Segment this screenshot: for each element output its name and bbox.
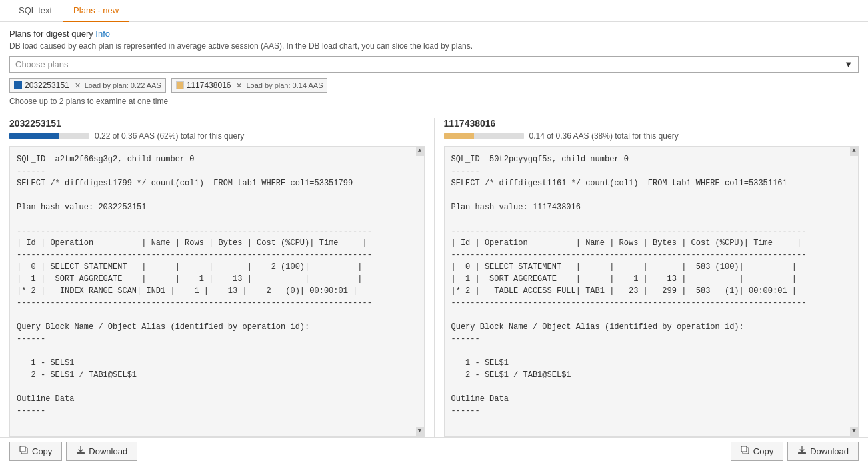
plan-tag-2-value: 1117438016: [187, 81, 231, 90]
plan-tag-1-close[interactable]: ✕: [75, 81, 81, 90]
plan-2-header: 1117438016 0.14 of 0.36 AAS (38%) total …: [444, 118, 859, 143]
plan-2-scroll-up[interactable]: ▲: [850, 147, 858, 156]
plans-body: 2032253151 0.22 of 0.36 AAS (62%) total …: [9, 118, 859, 437]
copy-icon-right: [741, 446, 750, 457]
plan-2-bar-row: 0.14 of 0.36 AAS (38%) total for this qu…: [444, 131, 859, 141]
plan-tags: 2032253151 ✕ Load by plan: 0.22 AAS 1117…: [9, 78, 859, 93]
plan-1-code-area[interactable]: ▲ SQL_ID a2tm2f66sg3g2, child number 0 -…: [9, 146, 425, 437]
plan-1-bar-label: 0.22 of 0.36 AAS (62%) total for this qu…: [95, 131, 244, 141]
header-title: Plans for digest query Info: [9, 29, 859, 39]
plan-1-bar-track: [9, 133, 89, 139]
footer-btns-right: Copy Download: [731, 442, 859, 461]
plan-2-bar-track: [444, 133, 524, 139]
page-footer: Copy Download: [0, 437, 868, 465]
plan-2-bar-fill: [444, 133, 475, 139]
plan-1-bar-fill: [9, 133, 59, 139]
dropdown-placeholder: Choose plans: [15, 59, 69, 69]
plan-1-scroll-down[interactable]: ▼: [416, 427, 424, 436]
download-icon-right: [797, 446, 807, 457]
tab-sql-text[interactable]: SQL text: [8, 0, 63, 22]
download-label-left: Download: [89, 446, 127, 456]
plan-tag-2-load: Load by plan: 0.14 AAS: [246, 81, 323, 89]
svg-rect-4: [741, 446, 747, 452]
svg-rect-5: [798, 452, 806, 454]
plan-1-scroll-up[interactable]: ▲: [416, 147, 424, 156]
info-link[interactable]: Info: [95, 29, 110, 39]
content-area: Plans for digest query Info DB load caus…: [0, 22, 868, 437]
plan-1-code[interactable]: SQL_ID a2tm2f66sg3g2, child number 0 ---…: [10, 147, 416, 436]
plan-2-scroll-down[interactable]: ▼: [850, 427, 858, 436]
header-section: Plans for digest query Info DB load caus…: [9, 29, 859, 113]
plan-tag-1-value: 2032253151: [25, 81, 69, 90]
tab-bar: SQL text Plans - new: [0, 0, 868, 22]
tab-plans-new[interactable]: Plans - new: [63, 0, 129, 22]
plan-2-number: 1117438016: [444, 118, 859, 129]
header-description: DB load caused by each plan is represent…: [9, 41, 859, 51]
page-container: SQL text Plans - new Plans for digest qu…: [0, 0, 868, 465]
plan-tag-2-close[interactable]: ✕: [236, 81, 242, 90]
plan-2-bar-label: 0.14 of 0.36 AAS (38%) total for this qu…: [529, 131, 679, 141]
plan-panel-2: 1117438016 0.14 of 0.36 AAS (38%) total …: [434, 118, 859, 437]
dropdown-arrow-icon: ▼: [844, 59, 853, 69]
download-icon-left: [76, 446, 85, 457]
plan-tag-1-color: [14, 81, 22, 89]
download-button-left[interactable]: Download: [66, 442, 137, 461]
svg-rect-2: [77, 452, 85, 454]
plan-1-header: 2032253151 0.22 of 0.36 AAS (62%) total …: [9, 118, 425, 143]
plan-tag-1: 2032253151 ✕ Load by plan: 0.22 AAS: [9, 78, 166, 93]
copy-button-right[interactable]: Copy: [731, 442, 783, 461]
plan-tag-2: 1117438016 ✕ Load by plan: 0.14 AAS: [171, 78, 328, 93]
plan-panel-1: 2032253151 0.22 of 0.36 AAS (62%) total …: [9, 118, 425, 437]
plan-tag-2-color: [176, 81, 184, 89]
copy-label-right: Copy: [753, 446, 773, 456]
choose-text: Choose up to 2 plans to examine at one t…: [9, 97, 859, 106]
copy-button-left[interactable]: Copy: [9, 442, 62, 461]
plans-dropdown[interactable]: Choose plans ▼: [9, 56, 859, 73]
svg-rect-1: [20, 446, 25, 452]
plan-1-bar-row: 0.22 of 0.36 AAS (62%) total for this qu…: [9, 131, 425, 141]
plan-2-code[interactable]: SQL_ID 50t2pcyygqf5s, child number 0 ---…: [445, 147, 851, 436]
copy-label-left: Copy: [32, 446, 52, 456]
footer-btns-left: Copy Download: [9, 442, 137, 461]
download-button-right[interactable]: Download: [787, 442, 859, 461]
copy-icon-left: [19, 446, 29, 457]
plan-tag-1-load: Load by plan: 0.22 AAS: [85, 81, 161, 89]
plan-2-code-area[interactable]: ▲ SQL_ID 50t2pcyygqf5s, child number 0 -…: [444, 146, 859, 437]
plan-1-number: 2032253151: [9, 118, 425, 129]
download-label-right: Download: [810, 446, 849, 456]
header-title-text: Plans for digest query: [9, 29, 93, 39]
